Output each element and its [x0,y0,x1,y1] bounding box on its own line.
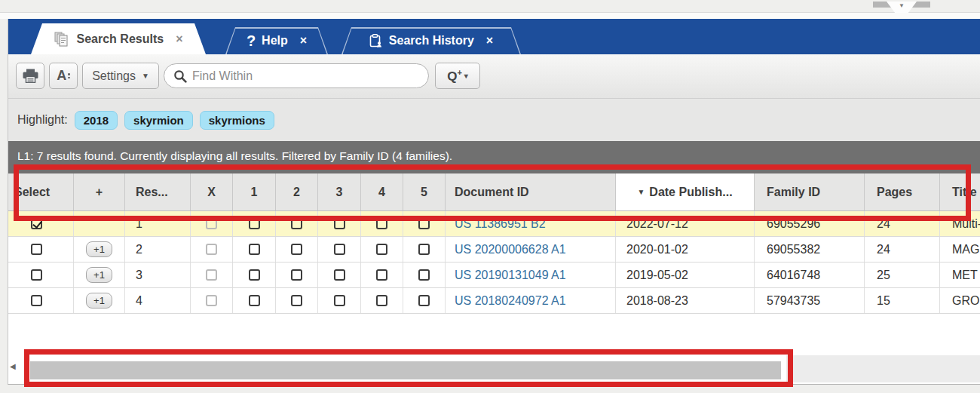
question-icon: ? [247,32,256,50]
x-checkbox[interactable] [206,244,217,255]
top-strip: ▼ [0,0,980,19]
settings-button[interactable]: Settings ▼ [82,63,159,89]
magnifier-icon [173,69,187,83]
close-icon[interactable]: × [300,34,307,48]
column-header-select[interactable]: Select [8,173,74,210]
column-header-x[interactable]: X [191,173,233,210]
folder-1-checkbox[interactable] [249,269,260,281]
document-id-link[interactable]: US 11386951 B2 [455,217,546,231]
tab-bar: Search Results × ? Help × [8,19,980,54]
folder-4-checkbox[interactable] [376,244,387,255]
folder-2-checkbox[interactable] [291,295,302,306]
folder-5-checkbox[interactable] [418,295,430,306]
document-id-link[interactable]: US 20190131049 A1 [455,269,566,282]
tab-search-history[interactable]: Search History × [341,27,521,54]
toolbar: A Settings ▼ Q+ ▾ [8,54,980,98]
column-header-1[interactable]: 1 [233,173,276,210]
folder-1-checkbox[interactable] [249,295,260,306]
folder-4-checkbox[interactable] [376,218,387,229]
select-checkbox[interactable] [31,244,42,255]
close-icon[interactable]: × [486,34,493,48]
result-number: 1 [125,211,191,236]
column-header-result[interactable]: Res... [125,173,191,210]
folder-2-checkbox[interactable] [291,269,302,281]
highlight-label: Highlight: [17,113,68,127]
table-header-row: Select + Res... X 1 2 3 4 5 Document ID … [8,173,980,211]
select-checkbox[interactable] [31,269,42,281]
column-header-2[interactable]: 2 [276,173,318,210]
date-published: 2022-07-12 [616,211,755,236]
folder-3-checkbox[interactable] [334,295,345,306]
family-id: 64016748 [755,263,865,287]
x-checkbox[interactable] [206,218,217,229]
query-builder-button[interactable]: Q+ ▾ [435,63,480,89]
date-published: 2019-05-02 [616,263,755,287]
font-size-label: A [57,68,66,84]
title: MAG [940,237,980,262]
tab-label: Help [262,34,288,48]
find-within-search[interactable] [164,63,429,88]
column-header-4[interactable]: 4 [361,173,403,210]
column-header-date-published[interactable]: ▼ Date Publish... [616,173,755,210]
horizontal-scrollbar: ◀ [8,349,980,387]
printer-icon [23,69,38,83]
x-checkbox[interactable] [206,295,217,306]
family-id: 57943735 [755,288,865,313]
top-divider [0,12,980,19]
column-header-family-id[interactable]: Family ID [755,173,865,210]
column-header-5[interactable]: 5 [403,173,446,210]
clipboard-icon [369,34,383,48]
x-checkbox[interactable] [206,269,217,281]
tab-help[interactable]: ? Help × [225,27,328,54]
document-id-link[interactable]: US 20180240972 A1 [455,294,566,308]
folder-3-checkbox[interactable] [334,218,345,229]
chevron-down-icon: ▼ [899,2,905,9]
folder-1-checkbox[interactable] [249,244,260,255]
folder-2-checkbox[interactable] [291,218,302,229]
print-button[interactable] [16,63,44,89]
column-header-title[interactable]: Title [940,173,980,210]
folder-2-checkbox[interactable] [291,244,302,255]
folder-1-checkbox[interactable] [249,218,260,229]
pages: 25 [865,263,940,287]
column-header-expand[interactable]: + [74,173,125,210]
table-row: +1 2 US 20200006628 A1 2020-01-02 690553… [8,237,980,263]
results-table: Select + Res... X 1 2 3 4 5 Document ID … [8,173,980,314]
sort-arrow-icon: ▼ [637,188,645,196]
result-number: 3 [125,263,191,287]
collapse-panel-handle[interactable]: ▼ [887,2,917,13]
select-checkbox[interactable] [31,218,42,229]
highlight-tag[interactable]: skyrmions [200,111,274,130]
date-published: 2020-01-02 [616,237,755,262]
tab-search-results[interactable]: Search Results × [31,23,206,54]
results-status-bar: L1: 7 results found. Currently displayin… [8,141,980,173]
column-header-document-id[interactable]: Document ID [446,173,616,210]
table-row: 1 US 11386951 B2 2022-07-12 69055296 24 … [8,211,980,237]
folder-3-checkbox[interactable] [334,244,345,255]
folder-5-checkbox[interactable] [418,244,430,255]
title: Multi- [940,211,980,236]
scrollbar-track[interactable] [786,355,980,382]
highlight-tag[interactable]: 2018 [75,111,118,130]
highlight-tag[interactable]: skyrmion [124,111,193,130]
query-label: Q+ [447,68,462,84]
expand-family-button[interactable]: +1 [86,293,112,309]
close-icon[interactable]: × [176,32,182,46]
pages: 24 [865,211,940,236]
find-within-input[interactable] [192,69,419,83]
scrollbar-thumb[interactable] [30,361,781,379]
font-size-button[interactable]: A [49,63,78,89]
column-header-pages[interactable]: Pages [865,173,940,210]
folder-4-checkbox[interactable] [376,295,387,306]
folder-3-checkbox[interactable] [334,269,345,281]
select-checkbox[interactable] [31,295,42,306]
folder-4-checkbox[interactable] [376,269,387,281]
table-row: +1 4 US 20180240972 A1 2018-08-23 579437… [8,288,980,314]
folder-5-checkbox[interactable] [418,269,430,281]
column-header-3[interactable]: 3 [318,173,361,210]
expand-family-button[interactable]: +1 [86,267,112,283]
folder-5-checkbox[interactable] [418,218,430,229]
expand-family-button[interactable]: +1 [86,241,112,257]
document-id-link[interactable]: US 20200006628 A1 [455,243,566,256]
scroll-left-arrow-icon[interactable]: ◀ [10,362,20,370]
